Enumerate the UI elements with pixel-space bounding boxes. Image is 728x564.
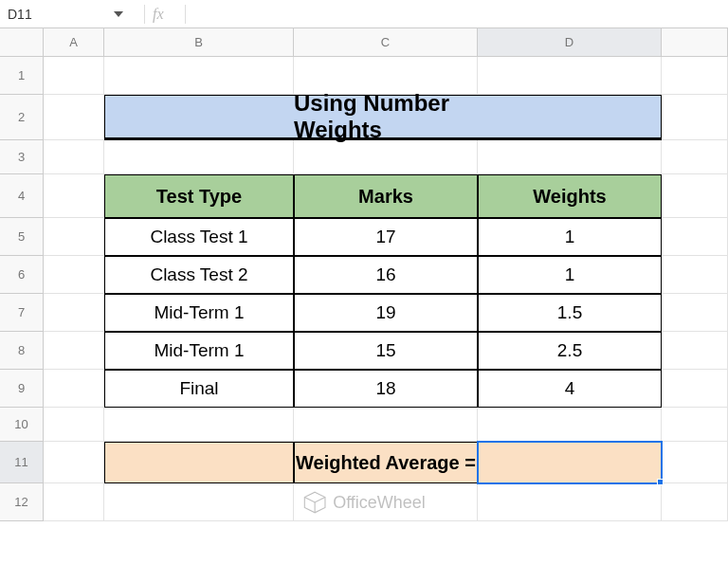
cell-A5[interactable]	[44, 218, 104, 256]
cell-E12[interactable]	[662, 483, 728, 521]
cell-E8[interactable]	[662, 332, 728, 370]
cell-A2[interactable]	[44, 95, 104, 140]
cell-C11-wavg[interactable]: Weighted Average =	[294, 442, 478, 483]
cell-A4[interactable]	[44, 174, 104, 218]
cell-B5[interactable]: Class Test 1	[104, 218, 294, 256]
cell-A1[interactable]	[44, 57, 104, 95]
cell-B6[interactable]: Class Test 2	[104, 256, 294, 294]
row-header-11[interactable]: 11	[0, 442, 44, 483]
separator	[185, 5, 186, 24]
cell-E9[interactable]	[662, 370, 728, 408]
cell-B8[interactable]: Mid-Term 1	[104, 332, 294, 370]
col-header-A[interactable]: A	[44, 28, 104, 57]
cell-B4-header[interactable]: Test Type	[104, 174, 294, 218]
cell-D12[interactable]	[478, 483, 662, 521]
cell-D11-active[interactable]	[478, 442, 662, 483]
row-header-3[interactable]: 3	[0, 140, 44, 174]
col-header-B[interactable]: B	[104, 28, 294, 57]
cell-A6[interactable]	[44, 256, 104, 294]
name-box-dropdown-icon[interactable]	[114, 11, 123, 17]
cell-B11-wavg[interactable]	[104, 442, 294, 483]
cell-C7[interactable]: 19	[294, 294, 478, 332]
cell-C2-title[interactable]: Using Number Weights	[294, 95, 478, 140]
row-header-7[interactable]: 7	[0, 294, 44, 332]
cell-E5[interactable]	[662, 218, 728, 256]
cell-D6[interactable]: 1	[478, 256, 662, 294]
cell-A9[interactable]	[44, 370, 104, 408]
cell-D8[interactable]: 2.5	[478, 332, 662, 370]
cell-D3[interactable]	[478, 140, 662, 174]
cell-B12[interactable]	[104, 483, 294, 521]
row-header-8[interactable]: 8	[0, 332, 44, 370]
formula-input[interactable]	[193, 1, 728, 27]
cell-B7[interactable]: Mid-Term 1	[104, 294, 294, 332]
cell-D2-title[interactable]	[478, 95, 662, 140]
cell-A10[interactable]	[44, 408, 104, 442]
cell-D5[interactable]: 1	[478, 218, 662, 256]
cell-E2[interactable]	[662, 95, 728, 140]
cell-A8[interactable]	[44, 332, 104, 370]
cell-C8[interactable]: 15	[294, 332, 478, 370]
cell-E7[interactable]	[662, 294, 728, 332]
cell-C5[interactable]: 17	[294, 218, 478, 256]
cell-E10[interactable]	[662, 408, 728, 442]
col-header-empty[interactable]	[662, 28, 728, 57]
cell-C12[interactable]	[294, 483, 478, 521]
cell-B10[interactable]	[104, 408, 294, 442]
row-header-9[interactable]: 9	[0, 370, 44, 408]
cell-E11[interactable]	[662, 442, 728, 483]
cell-E4[interactable]	[662, 174, 728, 218]
cell-D7[interactable]: 1.5	[478, 294, 662, 332]
cell-E6[interactable]	[662, 256, 728, 294]
fill-handle[interactable]	[657, 479, 664, 485]
cell-B3[interactable]	[104, 140, 294, 174]
cell-D9[interactable]: 4	[478, 370, 662, 408]
name-box[interactable]	[0, 1, 114, 27]
select-all-corner[interactable]	[0, 28, 44, 57]
cell-C10[interactable]	[294, 408, 478, 442]
cell-D10[interactable]	[478, 408, 662, 442]
cell-A3[interactable]	[44, 140, 104, 174]
spreadsheet-grid: A B C D 1 2 Using Number Weights /	[0, 28, 728, 564]
fx-icon: fx	[153, 6, 164, 23]
cell-E3[interactable]	[662, 140, 728, 174]
cell-D1[interactable]	[478, 57, 662, 95]
row-header-5[interactable]: 5	[0, 218, 44, 256]
row-header-6[interactable]: 6	[0, 256, 44, 294]
row-header-4[interactable]: 4	[0, 174, 44, 218]
cell-C6[interactable]: 16	[294, 256, 478, 294]
cell-B9[interactable]: Final	[104, 370, 294, 408]
cell-A7[interactable]	[44, 294, 104, 332]
cell-A12[interactable]	[44, 483, 104, 521]
cell-A11[interactable]	[44, 442, 104, 483]
row-header-1[interactable]: 1	[0, 57, 44, 95]
cell-C3[interactable]	[294, 140, 478, 174]
cell-C4-header[interactable]: Marks	[294, 174, 478, 218]
cell-B2-title[interactable]	[104, 95, 294, 140]
separator	[144, 5, 145, 24]
cell-C1[interactable]	[294, 57, 478, 95]
cell-D4-header[interactable]: Weights	[478, 174, 662, 218]
col-header-D[interactable]: D	[478, 28, 662, 57]
row-header-12[interactable]: 12	[0, 483, 44, 521]
formula-bar-row: fx	[0, 0, 728, 28]
cell-C9[interactable]: 18	[294, 370, 478, 408]
col-header-C[interactable]: C	[294, 28, 478, 57]
cell-B1[interactable]	[104, 57, 294, 95]
row-header-2[interactable]: 2	[0, 95, 44, 140]
cell-E1[interactable]	[662, 57, 728, 95]
row-header-10[interactable]: 10	[0, 408, 44, 442]
